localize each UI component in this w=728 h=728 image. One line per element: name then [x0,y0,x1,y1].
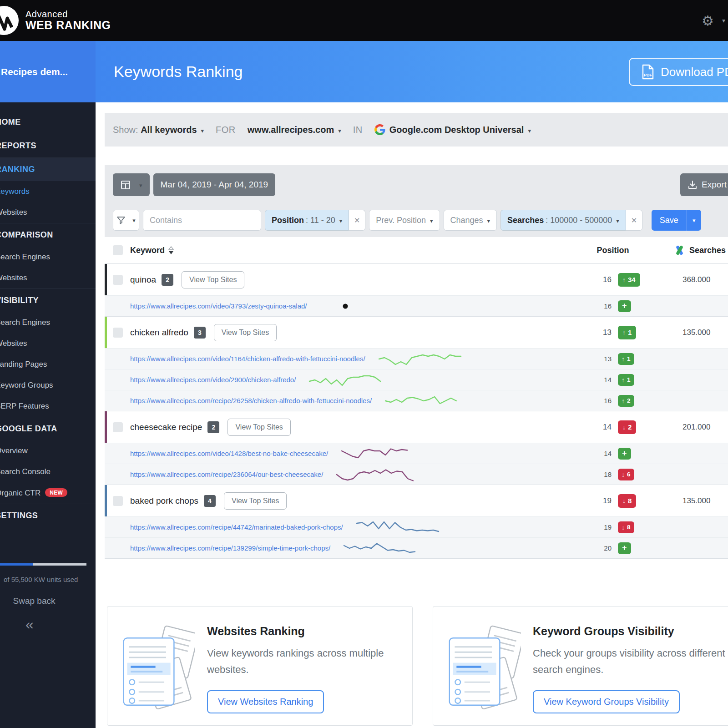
sidebar-item-label: Keywords [0,187,30,196]
keyword-row: baked pork chops4View Top Sites19↓8135.0… [105,485,728,516]
sidebar-item-keyword-groups[interactable]: Keyword Groups [0,375,96,396]
position-change-badge: ↑1 [618,353,634,365]
sort-icon[interactable] [168,246,174,255]
select-all-checkbox[interactable] [113,245,123,255]
keyword-group-color-bar [105,317,107,348]
position-value: 19 [571,523,612,531]
url-link[interactable]: https://www.allrecipes.com/recipe/139299… [130,544,330,552]
view-websites-ranking-button[interactable]: View Websites Ranking [207,690,324,713]
download-pdf-button[interactable]: PDF Download PDF [629,58,728,86]
view-top-sites-button[interactable]: View Top Sites [224,492,287,510]
keyword-column-header[interactable]: Keyword [130,246,165,255]
gear-icon[interactable]: ⚙ [702,13,714,29]
sidebar-item-websites[interactable]: Websites [0,268,96,288]
position-change-badge: ↑2 [618,395,634,407]
row-checkbox[interactable] [113,496,123,506]
pdf-file-icon: PDF [642,64,654,80]
position-change-badge: ↓8 [618,494,636,508]
chevron-down-icon [132,217,136,224]
sidebar-item-ranking[interactable]: RANKING [0,157,96,181]
url-link[interactable]: https://www.allrecipes.com/recipe/236064… [130,470,323,478]
sidebar-item-label: VISIBILITY [0,296,39,305]
sidebar-item-reports[interactable]: REPORTS [0,134,96,157]
url-link[interactable]: https://www.allrecipes.com/video/1164/ch… [130,355,365,363]
sidebar-item-comparison[interactable]: COMPARISON [0,223,96,247]
url-link[interactable]: https://www.allrecipes.com/video/1428/be… [130,450,328,457]
rank-sparkline-svg [356,519,440,536]
sidebar-item-settings[interactable]: SETTINGS [0,504,96,527]
row-checkbox[interactable] [113,422,123,432]
toolbar-panel: Mar 04, 2019 - Apr 04, 2019 Export [105,165,728,237]
save-dropdown-button[interactable] [687,210,701,231]
keyword-url-count-badge: 4 [204,495,216,507]
chevron-down-icon[interactable] [722,16,725,25]
card-title: Websites Ranking [207,625,399,638]
remove-position-filter-button[interactable] [349,210,365,231]
url-link[interactable]: https://www.allrecipes.com/video/3793/ze… [130,302,307,310]
contains-filter-input[interactable] [143,210,261,231]
layout-dropdown-button[interactable] [113,173,150,196]
rank-dot [320,301,352,312]
position-new-badge: + [618,542,631,554]
url-link[interactable]: https://www.allrecipes.com/recipe/26258/… [130,397,372,404]
table-header-row: Keyword Position Searches [105,237,728,263]
position-value: 13 [571,355,612,363]
position-column-header[interactable]: Position [571,246,655,255]
keyword-group-color-bar [105,264,107,295]
kw-usage-progressbar [0,563,86,566]
position-value: 16 [571,302,612,310]
sidebar-item-overview[interactable]: Overview [0,440,96,461]
prev-position-filter-chip[interactable]: Prev. Position [369,210,440,231]
sidebar-item-google-data[interactable]: GOOGLE DATA [0,417,96,440]
search-engine-dropdown[interactable]: Google.com Desktop Universal [374,124,531,135]
url-link[interactable]: https://www.allrecipes.com/recipe/44742/… [130,523,343,531]
date-range-label: Mar 04, 2019 - Apr 04, 2019 [161,180,268,190]
view-top-sites-button[interactable]: View Top Sites [214,324,277,341]
changes-filter-chip[interactable]: Changes [444,210,497,231]
row-checkbox[interactable] [113,275,123,285]
sidebar-item-websites[interactable]: Websites [0,333,96,354]
swap-back-link[interactable]: Swap back [0,596,68,606]
remove-searches-filter-button[interactable] [626,210,642,231]
sidebar-item-visibility[interactable]: VISIBILITY [0,288,96,312]
sidebar-item-label: Websites [0,273,27,283]
sidebar-item-websites[interactable]: Websites [0,202,96,223]
sidebar-item-label: Search Console [0,467,51,476]
date-range-button[interactable]: Mar 04, 2019 - Apr 04, 2019 [153,173,276,196]
sidebar-item-landing-pages[interactable]: Landing Pages [0,354,96,375]
search-engine-value: Google.com Desktop Universal [389,125,524,135]
url-row: https://www.allrecipes.com/recipe/139299… [105,537,728,558]
view-top-sites-button[interactable]: View Top Sites [228,419,290,436]
position-change-badge: ↓6 [618,469,634,480]
url-link[interactable]: https://www.allrecipes.com/video/2900/ch… [130,376,296,384]
scope-bar: Show: All keywords FOR www.allrecipes.co… [105,113,728,147]
searches-filter-chip[interactable]: Searches : 100000 - 500000 [500,210,626,231]
position-value: 13 [571,328,612,337]
collapse-sidebar-icon[interactable]: « [0,616,59,633]
sidebar-item-keywords[interactable]: Keywords [0,181,96,202]
view-keyword-groups-visibility-button[interactable]: View Keyword Groups Visibility [533,690,680,713]
position-value: 18 [571,470,612,478]
view-top-sites-button[interactable]: View Top Sites [182,271,244,288]
rank-sparkline [384,392,458,410]
sidebar-item-label: Websites [0,208,27,217]
show-keywords-dropdown[interactable]: Show: All keywords [113,125,204,135]
keyword-label: quinoa [130,275,156,285]
filter-menu-button[interactable] [113,210,139,231]
project-selector[interactable]: Recipes dem... [0,41,96,102]
row-checkbox[interactable] [113,328,123,338]
save-filter-button[interactable]: Save [652,210,687,231]
export-button[interactable]: Export [680,173,728,196]
sidebar-item-search-console[interactable]: Search Console [0,461,96,482]
website-dropdown[interactable]: www.allrecipes.com [248,125,341,135]
sidebar-item-search-engines[interactable]: Search Engines [0,312,96,333]
sidebar-item-serp-features[interactable]: SERP Features [0,396,96,417]
keyword-url-count-badge: 2 [207,421,219,433]
sidebar-item-home[interactable]: HOME [0,111,96,134]
sidebar-item-search-engines[interactable]: Search Engines [0,247,96,268]
sidebar-item-organic-ctr[interactable]: Organic CTRNEW [0,482,96,504]
position-filter-chip[interactable]: Position : 11 - 20 [265,210,349,231]
rank-sparkline [356,519,440,536]
keyword-label: cheesecake recipe [130,422,202,432]
searches-column-header[interactable]: Searches [655,245,728,256]
